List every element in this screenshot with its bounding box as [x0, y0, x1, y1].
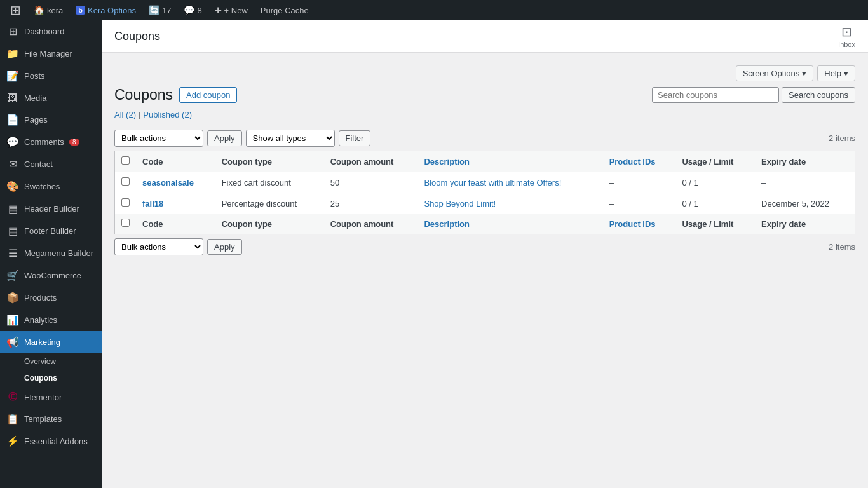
col-header-coupon-amount: Coupon amount	[324, 151, 418, 172]
elementor-icon: Ⓔ	[6, 391, 19, 403]
sidebar-item-label: Dashboard	[24, 27, 65, 36]
row-expiry-date-1: –	[755, 172, 855, 193]
sidebar-item-footer-builder[interactable]: ▤ Footer Builder	[0, 220, 102, 242]
sidebar-item-analytics[interactable]: 📊 Analytics	[0, 309, 102, 331]
megamenu-icon: ☰	[6, 247, 19, 259]
filter-all[interactable]: All (2) |	[114, 110, 143, 119]
sidebar-item-label: Megamenu Builder	[24, 248, 93, 258]
adminbar-logo[interactable]: ⊞	[5, 0, 26, 20]
sidebar-item-posts[interactable]: 📝 Posts	[0, 65, 102, 87]
filter-links: All (2) | Published (2)	[114, 110, 192, 119]
col-header-check	[115, 151, 137, 172]
page-heading-row: Coupons Add coupon Search coupons	[114, 86, 855, 104]
sidebar-item-pages[interactable]: 📄 Pages	[0, 109, 102, 131]
sidebar-item-essential-addons[interactable]: ⚡ Essential Addons	[0, 430, 102, 452]
select-all-checkbox-bottom[interactable]	[121, 219, 130, 227]
sidebar-item-media[interactable]: 🖼 Media	[0, 87, 102, 109]
page-title: Coupons	[114, 30, 160, 43]
submenu-item-overview[interactable]: Overview	[0, 353, 102, 370]
sidebar-item-comments[interactable]: 💬 Comments 8	[0, 131, 102, 153]
tablenav-top: Bulk actions Apply Show all types Filter…	[114, 130, 855, 147]
screen-options-button[interactable]: Screen Options ▾	[736, 65, 814, 81]
coupon-code-link-1[interactable]: seasonalsale	[142, 178, 194, 187]
comments-icon: 💬	[6, 136, 19, 148]
row-check-2	[115, 193, 137, 214]
page-title-left: Coupons	[114, 30, 160, 43]
coupon-code-link-2[interactable]: fall18	[142, 199, 163, 208]
row-check-1	[115, 172, 137, 193]
col-footer-usage-limit: Usage / Limit	[675, 214, 755, 234]
chevron-down-icon: ▾	[802, 69, 806, 78]
search-coupons-input[interactable]	[652, 87, 779, 103]
sidebar-item-header-builder[interactable]: ▤ Header Builder	[0, 198, 102, 220]
header-builder-icon: ▤	[6, 203, 19, 215]
col-header-usage-limit: Usage / Limit	[675, 151, 755, 172]
row-code-1: seasonalsale	[136, 172, 215, 193]
row-usage-limit-1: 0 / 1	[675, 172, 755, 193]
row-product-ids-1: –	[603, 172, 676, 193]
row-checkbox-1[interactable]	[121, 177, 130, 186]
sidebar-item-templates[interactable]: 📋 Templates	[0, 408, 102, 430]
coupons-heading: Coupons Add coupon	[114, 86, 237, 104]
coupons-table: Code Coupon type Coupon amount Descripti…	[114, 151, 855, 234]
add-coupon-button[interactable]: Add coupon	[179, 87, 237, 103]
adminbar-plugin[interactable]: b Kera Options	[71, 0, 141, 20]
essential-addons-icon: ⚡	[6, 435, 19, 447]
show-all-types-select[interactable]: Show all types	[246, 130, 335, 147]
filter-button[interactable]: Filter	[339, 130, 371, 146]
sidebar-item-file-manager[interactable]: 📁 File Manager	[0, 43, 102, 65]
sidebar-item-contact[interactable]: ✉ Contact	[0, 153, 102, 175]
apply-button-bottom[interactable]: Apply	[207, 239, 242, 255]
sidebar: ⊞ Dashboard 📁 File Manager 📝 Posts 🖼 Med…	[0, 20, 102, 488]
sidebar-item-woocommerce[interactable]: 🛒 WooCommerce	[0, 264, 102, 287]
row-expiry-date-2: December 5, 2022	[755, 193, 855, 214]
file-manager-icon: 📁	[6, 48, 19, 60]
adminbar-updates[interactable]: 🔄 17	[144, 0, 176, 20]
row-checkbox-2[interactable]	[121, 198, 130, 207]
adminbar-comments[interactable]: 💬 8	[179, 0, 207, 20]
table-row: seasonalsale Fixed cart discount 50 Bloo…	[115, 172, 855, 193]
sidebar-item-products[interactable]: 📦 Products	[0, 287, 102, 309]
adminbar-new[interactable]: ✚ + New	[210, 0, 253, 20]
dashboard-icon: ⊞	[6, 25, 19, 37]
sidebar-item-elementor[interactable]: Ⓔ Elementor	[0, 386, 102, 408]
sidebar-item-label: Swatches	[24, 182, 60, 191]
sidebar-item-label: Analytics	[24, 315, 57, 325]
row-coupon-type-2: Percentage discount	[215, 193, 324, 214]
main-content: Coupons ⊡ Inbox Screen Options ▾ Help ▾	[102, 20, 868, 488]
filter-published[interactable]: Published (2)	[143, 110, 192, 119]
footer-builder-icon: ▤	[6, 225, 19, 237]
col-footer-coupon-amount: Coupon amount	[324, 214, 418, 234]
select-all-checkbox-top[interactable]	[121, 156, 130, 165]
bulk-actions-select-top[interactable]: Bulk actions	[114, 130, 203, 147]
sidebar-item-label: File Manager	[24, 49, 72, 58]
inbox-button[interactable]: ⊡ Inbox	[838, 24, 855, 48]
sidebar-item-marketing[interactable]: 📢 Marketing	[0, 331, 102, 353]
sidebar-item-swatches[interactable]: 🎨 Swatches	[0, 175, 102, 198]
sidebar-item-label: Header Builder	[24, 204, 79, 214]
bulk-actions-select-bottom[interactable]: Bulk actions	[114, 238, 203, 255]
filter-published-link[interactable]: Published (2)	[143, 110, 192, 119]
marketing-icon: 📢	[6, 336, 19, 348]
help-button[interactable]: Help ▾	[817, 65, 855, 81]
filter-links-row: All (2) | Published (2)	[114, 110, 855, 126]
submenu-item-coupons[interactable]: Coupons	[0, 370, 102, 386]
contact-icon: ✉	[6, 158, 19, 170]
apply-button-top[interactable]: Apply	[207, 130, 242, 146]
adminbar-purge-cache[interactable]: Purge Cache	[255, 0, 314, 20]
col-header-coupon-type: Coupon type	[215, 151, 324, 172]
adminbar-site[interactable]: 🏠 kera	[29, 0, 68, 20]
filter-all-link[interactable]: All (2)	[114, 110, 136, 119]
admin-bar: ⊞ 🏠 kera b Kera Options 🔄 17 💬 8 ✚ + New…	[0, 0, 868, 20]
sidebar-item-megamenu-builder[interactable]: ☰ Megamenu Builder	[0, 242, 102, 264]
col-header-code: Code	[136, 151, 215, 172]
wrap: Screen Options ▾ Help ▾ Coupons Add coup…	[102, 53, 868, 272]
search-coupons-button[interactable]: Search coupons	[782, 87, 855, 103]
inbox-icon: ⊡	[841, 24, 852, 39]
sidebar-item-label: WooCommerce	[24, 271, 81, 280]
items-count-bottom: 2 items	[829, 242, 855, 252]
col-header-product-ids: Product IDs	[603, 151, 676, 172]
col-header-expiry-date: Expiry date	[755, 151, 855, 172]
search-box: Search coupons	[652, 87, 855, 103]
sidebar-item-dashboard[interactable]: ⊞ Dashboard	[0, 20, 102, 43]
